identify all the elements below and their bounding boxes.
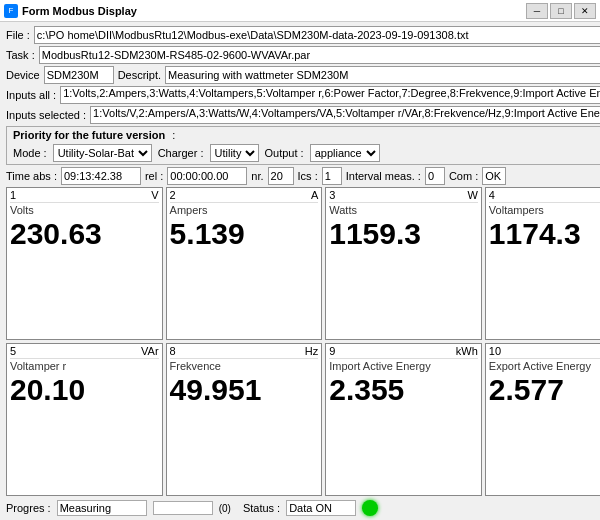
meas-unit-1: A <box>311 189 318 201</box>
meas-header-6: 9 kWh <box>329 345 478 359</box>
charger-label: Charger : <box>158 147 204 159</box>
meas-unit-2: W <box>467 189 477 201</box>
interval-value: 0 <box>425 167 445 185</box>
meas-value-3: 1174.3 <box>489 217 600 251</box>
meas-num-4: 5 <box>10 345 16 357</box>
meas-unit-0: V <box>151 189 158 201</box>
meas-value-7: 2.577 <box>489 373 600 407</box>
task-input[interactable] <box>39 46 600 64</box>
ics-label: Ics : <box>298 170 318 182</box>
progres-label: Progres : <box>6 502 51 514</box>
inputs-all-label: Inputs all : <box>6 89 56 101</box>
inputs-all-row: Inputs all : 1:Volts,2:Ampers,3:Watts,4:… <box>6 86 600 104</box>
meas-label-3: Voltampers <box>489 203 600 217</box>
time-abs-label: Time abs : <box>6 170 57 182</box>
meas-num-7: 10 <box>489 345 501 357</box>
window-controls: ─ □ ✕ <box>526 3 596 19</box>
measurement-cell-7: 10 kWh Export Active Energy 2.577 <box>485 343 600 496</box>
meas-value-4: 20.10 <box>10 373 159 407</box>
status-bar: Progres : (0) Status : <box>6 500 600 516</box>
main-content: File : Task : Device Descript. Inputs al… <box>6 26 600 516</box>
measurement-cell-3: 4 VA Voltampers 1174.3 <box>485 187 600 340</box>
meas-value-2: 1159.3 <box>329 217 478 251</box>
device-label: Device <box>6 69 40 81</box>
rel-label: rel : <box>145 170 163 182</box>
meas-label-7: Export Active Energy <box>489 359 600 373</box>
meas-label-5: Frekvence <box>170 359 319 373</box>
charger-select[interactable]: Utility <box>210 144 259 162</box>
com-label: Com : <box>449 170 478 182</box>
meas-unit-5: Hz <box>305 345 318 357</box>
window-title: Form Modbus Display <box>22 5 526 17</box>
meas-header-1: 2 A <box>170 189 319 203</box>
measurement-cell-5: 8 Hz Frekvence 49.951 <box>166 343 323 496</box>
app-icon: F <box>4 4 18 18</box>
meas-label-6: Import Active Energy <box>329 359 478 373</box>
priority-section: Priority for the future version : Mode :… <box>6 126 600 165</box>
time-row: Time abs : 09:13:42.38 rel : 00:00:00.00… <box>6 167 600 185</box>
inputs-all-value: 1:Volts,2:Ampers,3:Watts,4:Voltampers,5:… <box>60 86 600 104</box>
mode-label: Mode : <box>13 147 47 159</box>
descript-input[interactable] <box>165 66 600 84</box>
meas-num-5: 8 <box>170 345 176 357</box>
meas-header-3: 4 VA <box>489 189 600 203</box>
file-input[interactable] <box>34 26 600 44</box>
meas-header-2: 3 W <box>329 189 478 203</box>
meas-label-1: Ampers <box>170 203 319 217</box>
meas-num-6: 9 <box>329 345 335 357</box>
meas-header-7: 10 kWh <box>489 345 600 359</box>
measurement-cell-4: 5 VAr Voltamper r 20.10 <box>6 343 163 496</box>
time-abs-value: 09:13:42.38 <box>61 167 141 185</box>
interval-label: Interval meas. : <box>346 170 421 182</box>
measurement-grid: 1 V Volts 230.63 2 A Ampers 5.139 3 W Wa… <box>6 187 600 496</box>
file-label: File : <box>6 29 30 41</box>
mode-select[interactable]: Utility-Solar-Bat <box>53 144 152 162</box>
meas-value-5: 49.951 <box>170 373 319 407</box>
minimize-button[interactable]: ─ <box>526 3 548 19</box>
meas-label-2: Watts <box>329 203 478 217</box>
progres-input[interactable] <box>57 500 147 516</box>
file-row: File : <box>6 26 600 44</box>
priority-title-row: Priority for the future version : <box>13 129 600 141</box>
descript-label: Descript. <box>118 69 161 81</box>
output-select[interactable]: appliance <box>310 144 380 162</box>
maximize-button[interactable]: □ <box>550 3 572 19</box>
progress-bar <box>153 501 213 515</box>
meas-value-1: 5.139 <box>170 217 319 251</box>
meas-num-2: 3 <box>329 189 335 201</box>
nr-value: 20 <box>268 167 294 185</box>
meas-unit-4: VAr <box>141 345 159 357</box>
close-button[interactable]: ✕ <box>574 3 596 19</box>
rel-value: 00:00:00.00 <box>167 167 247 185</box>
com-value: OK <box>482 167 506 185</box>
inputs-selected-label: Inputs selected : <box>6 109 86 121</box>
status-input[interactable] <box>286 500 356 516</box>
meas-num-3: 4 <box>489 189 495 201</box>
meas-label-0: Volts <box>10 203 159 217</box>
meas-header-4: 5 VAr <box>10 345 159 359</box>
meas-label-4: Voltamper r <box>10 359 159 373</box>
inputs-selected-row: Inputs selected : 1:Volts/V,2:Ampers/A,3… <box>6 106 600 124</box>
measurement-cell-2: 3 W Watts 1159.3 <box>325 187 482 340</box>
measurement-cell-1: 2 A Ampers 5.139 <box>166 187 323 340</box>
priority-title: Priority for the future version <box>13 129 165 141</box>
task-label: Task : <box>6 49 35 61</box>
meas-num-0: 1 <box>10 189 16 201</box>
count-display: (0) <box>219 503 231 514</box>
meas-header-5: 8 Hz <box>170 345 319 359</box>
meas-unit-6: kWh <box>456 345 478 357</box>
meas-header-0: 1 V <box>10 189 159 203</box>
status-indicator <box>362 500 378 516</box>
status-label: Status : <box>243 502 280 514</box>
priority-controls: Mode : Utility-Solar-Bat Charger : Utili… <box>13 144 600 162</box>
output-label: Output : <box>265 147 304 159</box>
task-row: Task : <box>6 46 600 64</box>
measurement-cell-6: 9 kWh Import Active Energy 2.355 <box>325 343 482 496</box>
title-bar: F Form Modbus Display ─ □ ✕ <box>0 0 600 22</box>
device-row: Device Descript. <box>6 66 600 84</box>
meas-value-6: 2.355 <box>329 373 478 407</box>
measurement-cell-0: 1 V Volts 230.63 <box>6 187 163 340</box>
meas-value-0: 230.63 <box>10 217 159 251</box>
meas-num-1: 2 <box>170 189 176 201</box>
device-input[interactable] <box>44 66 114 84</box>
